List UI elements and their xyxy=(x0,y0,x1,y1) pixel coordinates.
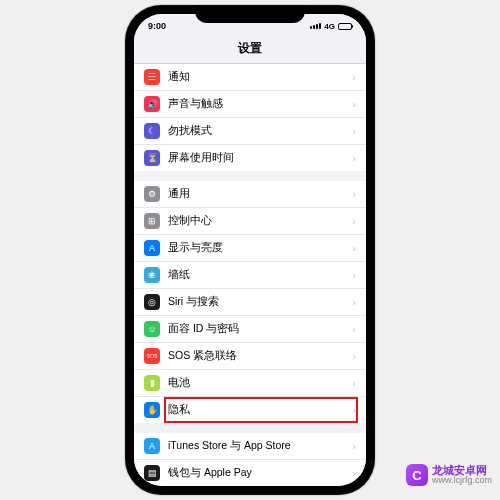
siri-icon: ◎ xyxy=(144,294,160,310)
settings-row[interactable]: ☺面容 ID 与密码› xyxy=(134,316,366,343)
battery-icon: ▮ xyxy=(144,375,160,391)
status-right: 4G xyxy=(310,22,352,31)
general-icon: ⚙ xyxy=(144,186,160,202)
notifications-icon: ☰ xyxy=(144,69,160,85)
settings-group: AiTunes Store 与 App Store›▤钱包与 Apple Pay… xyxy=(134,433,366,486)
row-label: SOS 紧急联络 xyxy=(168,349,352,363)
chevron-right-icon: › xyxy=(352,269,356,281)
row-label: 屏幕使用时间 xyxy=(168,151,352,165)
watermark-icon: C xyxy=(406,464,428,486)
settings-row[interactable]: ▮电池› xyxy=(134,370,366,397)
wallet-icon: ▤ xyxy=(144,465,160,481)
row-label: 控制中心 xyxy=(168,214,352,228)
chevron-right-icon: › xyxy=(352,215,356,227)
network-label: 4G xyxy=(324,22,335,31)
chevron-right-icon: › xyxy=(352,377,356,389)
notch xyxy=(195,5,305,23)
row-label: 电池 xyxy=(168,376,352,390)
row-label: 钱包与 Apple Pay xyxy=(168,466,352,480)
settings-row[interactable]: ☾勿扰模式› xyxy=(134,118,366,145)
settings-row[interactable]: ☰通知› xyxy=(134,64,366,91)
display-icon: A xyxy=(144,240,160,256)
settings-row[interactable]: ⏳屏幕使用时间› xyxy=(134,145,366,171)
appstore-icon: A xyxy=(144,438,160,454)
settings-list[interactable]: ☰通知›🔊声音与触感›☾勿扰模式›⏳屏幕使用时间›⚙通用›⊞控制中心›A显示与亮… xyxy=(134,64,366,486)
chevron-right-icon: › xyxy=(352,467,356,479)
row-label: 面容 ID 与密码 xyxy=(168,322,352,336)
chevron-right-icon: › xyxy=(352,152,356,164)
chevron-right-icon: › xyxy=(352,125,356,137)
row-label: Siri 与搜索 xyxy=(168,295,352,309)
chevron-right-icon: › xyxy=(352,404,356,416)
chevron-right-icon: › xyxy=(352,71,356,83)
control-center-icon: ⊞ xyxy=(144,213,160,229)
settings-row[interactable]: ◎Siri 与搜索› xyxy=(134,289,366,316)
sos-icon: SOS xyxy=(144,348,160,364)
settings-group: ⚙通用›⊞控制中心›A显示与亮度›❀墙纸›◎Siri 与搜索›☺面容 ID 与密… xyxy=(134,181,366,423)
row-label: 显示与亮度 xyxy=(168,241,352,255)
row-label: 通知 xyxy=(168,70,352,84)
screen: 9:00 4G 设置 ☰通知›🔊声音与触感›☾勿扰模式›⏳屏幕使用时间›⚙通用›… xyxy=(134,14,366,486)
dnd-icon: ☾ xyxy=(144,123,160,139)
status-time: 9:00 xyxy=(148,21,166,31)
chevron-right-icon: › xyxy=(352,188,356,200)
faceid-icon: ☺ xyxy=(144,321,160,337)
row-label: 通用 xyxy=(168,187,352,201)
settings-row[interactable]: ❀墙纸› xyxy=(134,262,366,289)
signal-icon xyxy=(310,23,321,29)
settings-row[interactable]: ⊞控制中心› xyxy=(134,208,366,235)
settings-row[interactable]: 🔊声音与触感› xyxy=(134,91,366,118)
row-label: iTunes Store 与 App Store xyxy=(168,439,352,453)
wallpaper-icon: ❀ xyxy=(144,267,160,283)
settings-row[interactable]: ▤钱包与 Apple Pay› xyxy=(134,460,366,486)
screentime-icon: ⏳ xyxy=(144,150,160,166)
row-label: 勿扰模式 xyxy=(168,124,352,138)
battery-icon xyxy=(338,23,352,30)
chevron-right-icon: › xyxy=(352,98,356,110)
chevron-right-icon: › xyxy=(352,323,356,335)
sounds-icon: 🔊 xyxy=(144,96,160,112)
settings-row[interactable]: AiTunes Store 与 App Store› xyxy=(134,433,366,460)
row-label: 声音与触感 xyxy=(168,97,352,111)
chevron-right-icon: › xyxy=(352,440,356,452)
row-label: 墙纸 xyxy=(168,268,352,282)
settings-row[interactable]: SOSSOS 紧急联络› xyxy=(134,343,366,370)
row-label: 隐私 xyxy=(168,403,352,417)
phone-frame: 9:00 4G 设置 ☰通知›🔊声音与触感›☾勿扰模式›⏳屏幕使用时间›⚙通用›… xyxy=(125,5,375,495)
settings-row[interactable]: ⚙通用› xyxy=(134,181,366,208)
settings-row[interactable]: ✋隐私› xyxy=(134,397,366,423)
settings-group: ☰通知›🔊声音与触感›☾勿扰模式›⏳屏幕使用时间› xyxy=(134,64,366,171)
chevron-right-icon: › xyxy=(352,242,356,254)
privacy-icon: ✋ xyxy=(144,402,160,418)
settings-row[interactable]: A显示与亮度› xyxy=(134,235,366,262)
chevron-right-icon: › xyxy=(352,296,356,308)
page-title: 设置 xyxy=(134,36,366,64)
chevron-right-icon: › xyxy=(352,350,356,362)
watermark: C 龙城安卓网 www.lcjrfg.com xyxy=(406,464,492,486)
watermark-url: www.lcjrfg.com xyxy=(432,476,492,486)
